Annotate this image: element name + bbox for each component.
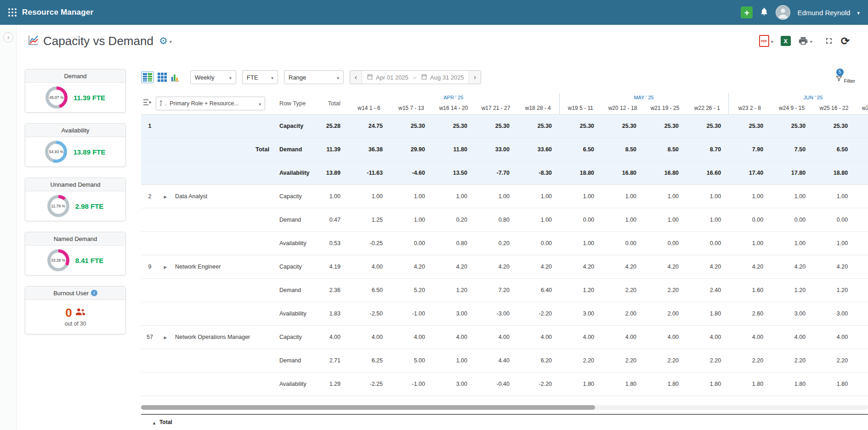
value-cell: 2.20 bbox=[771, 349, 813, 372]
value-cell: 4.00 bbox=[728, 325, 771, 349]
week-header: w25 16 - 22 bbox=[813, 102, 855, 114]
value-cell: 25.30 bbox=[517, 114, 559, 138]
expand-icon[interactable] bbox=[164, 264, 167, 270]
value-cell: 7.50 bbox=[771, 138, 813, 161]
add-button[interactable] bbox=[741, 6, 753, 18]
value-cell: 18.80 bbox=[813, 161, 855, 184]
chart-view-button[interactable] bbox=[170, 73, 180, 82]
line-chart-icon bbox=[28, 34, 40, 48]
value-cell: -0.25 bbox=[348, 231, 390, 255]
expand-cell bbox=[159, 208, 172, 231]
table-view-button[interactable] bbox=[141, 71, 154, 83]
group-name bbox=[172, 372, 276, 396]
expand-cell bbox=[159, 114, 172, 138]
month-header: JUN ' 25 bbox=[728, 93, 868, 102]
group-by-select[interactable]: Primary Role + Resource... bbox=[156, 97, 265, 110]
row-type: Availability bbox=[276, 372, 312, 396]
value-cell: 16.80 bbox=[644, 161, 686, 184]
value-cell: 24.75 bbox=[348, 114, 390, 138]
value-cell: 1.80 bbox=[601, 372, 644, 396]
value-cell: 1.25 bbox=[348, 208, 390, 231]
interval-select[interactable]: Weekly bbox=[190, 70, 236, 84]
value-cell: 4.20 bbox=[771, 255, 813, 278]
value-cell: 6.25 bbox=[348, 349, 390, 372]
page-title: Capacity vs Demand bbox=[43, 34, 153, 48]
value-cell: 0.00 bbox=[601, 231, 644, 255]
chevron-down-icon bbox=[337, 74, 339, 81]
value-cell: -8.30 bbox=[517, 161, 559, 184]
value-cell: 1.80 bbox=[686, 372, 728, 396]
value-cell bbox=[855, 114, 868, 138]
filter-button[interactable]: 5 Filter bbox=[835, 71, 855, 84]
range-mode-select[interactable]: Range bbox=[284, 70, 344, 84]
total-cell: 2.71 bbox=[312, 349, 348, 372]
unit-select[interactable]: FTE bbox=[242, 70, 278, 84]
donut-percent: 11.79 % bbox=[51, 204, 65, 208]
chevron-down-icon[interactable] bbox=[857, 8, 860, 17]
settings-gear-icon[interactable] bbox=[159, 35, 168, 46]
value-cell: 0.20 bbox=[432, 208, 475, 231]
expand-cell bbox=[159, 372, 172, 396]
expand-icon[interactable] bbox=[164, 193, 167, 200]
burnout-subtitle: out of 30 bbox=[65, 321, 86, 327]
grid-view-button[interactable] bbox=[158, 73, 167, 82]
value-cell bbox=[855, 349, 868, 372]
value-cell: 4.20 bbox=[559, 255, 601, 278]
table-row: 2Data AnalystCapacity1.001.001.001.001.0… bbox=[141, 184, 868, 208]
row-number bbox=[141, 161, 159, 184]
prev-period-button[interactable] bbox=[350, 71, 362, 84]
notifications-bell-icon[interactable] bbox=[760, 7, 769, 18]
table-row: Availability13.89-11.63-4.6013.50-7.70-8… bbox=[141, 161, 868, 184]
value-cell: 25.30 bbox=[475, 114, 517, 138]
print-button[interactable] bbox=[798, 36, 812, 46]
value-cell: 1.80 bbox=[644, 372, 686, 396]
value-cell: 4.00 bbox=[813, 325, 855, 349]
panel-expand-button[interactable] bbox=[3, 32, 13, 42]
availability-card: Availability 54.93 % 13.89 FTE bbox=[25, 123, 126, 167]
fullscreen-button[interactable] bbox=[824, 36, 834, 46]
table-row: Demand0.471.251.000.200.801.000.001.001.… bbox=[141, 208, 868, 231]
row-number bbox=[141, 138, 159, 161]
next-period-button[interactable] bbox=[469, 71, 481, 84]
week-header: w23 2 - 8 bbox=[728, 102, 771, 114]
value-cell: -2.20 bbox=[517, 372, 559, 396]
scrollbar-thumb[interactable] bbox=[141, 405, 595, 410]
settings-caret-icon[interactable] bbox=[170, 37, 172, 45]
named-demand-donut-chart: 33.28 % bbox=[47, 249, 69, 271]
grid-footer: Total bbox=[141, 414, 868, 426]
export-pdf-button[interactable] bbox=[759, 35, 773, 47]
value-cell: 25.30 bbox=[601, 114, 644, 138]
value-cell: 16.80 bbox=[601, 161, 644, 184]
value-cell: 17.80 bbox=[771, 161, 813, 184]
value-cell: 16.60 bbox=[686, 161, 728, 184]
app-launcher-icon[interactable] bbox=[8, 8, 17, 17]
date-to-field[interactable]: Aug 31 2025 bbox=[416, 74, 469, 81]
row-type: Availability bbox=[276, 302, 312, 325]
date-from-field[interactable]: Apr 01 2025 bbox=[362, 74, 413, 81]
value-cell: 0.00 bbox=[559, 208, 601, 231]
group-name bbox=[172, 278, 276, 302]
value-cell: 1.00 bbox=[432, 349, 475, 372]
value-cell: -1.00 bbox=[390, 372, 432, 396]
table-row: 1Capacity25.2824.7525.3025.3025.3025.302… bbox=[141, 114, 868, 138]
row-menu-icon[interactable] bbox=[143, 99, 152, 108]
value-cell bbox=[855, 325, 868, 349]
user-name[interactable]: Edmund Reynold bbox=[797, 9, 850, 17]
refresh-button[interactable] bbox=[841, 35, 850, 47]
row-type: Availability bbox=[276, 231, 312, 255]
app-title: Resource Manager bbox=[22, 8, 93, 17]
export-excel-button[interactable] bbox=[781, 36, 791, 46]
value-cell: 1.00 bbox=[771, 184, 813, 208]
footer-total-label[interactable]: Total bbox=[159, 419, 172, 425]
funnel-icon bbox=[835, 75, 843, 84]
value-cell: 1.00 bbox=[771, 231, 813, 255]
row-number bbox=[141, 208, 159, 231]
value-cell: 25.30 bbox=[771, 114, 813, 138]
expand-icon[interactable] bbox=[164, 334, 167, 340]
row-number: 57 bbox=[141, 325, 159, 349]
avatar[interactable] bbox=[776, 5, 790, 20]
group-name bbox=[172, 231, 276, 255]
info-icon[interactable] bbox=[91, 290, 97, 296]
week-header: w24 9 - 15 bbox=[771, 102, 813, 114]
collapse-up-icon[interactable] bbox=[152, 418, 156, 426]
